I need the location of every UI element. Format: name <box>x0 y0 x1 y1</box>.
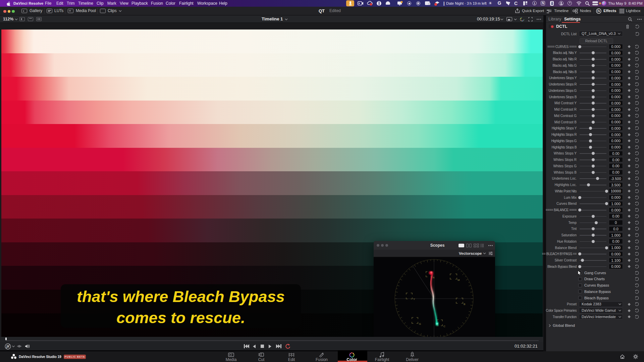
svg-text:C: C <box>443 325 445 328</box>
svg-text:R: R <box>433 276 435 279</box>
svg-text:M: M <box>458 279 460 282</box>
svg-text:fx: fx <box>597 9 600 13</box>
svg-text:G: G <box>419 322 421 325</box>
svg-text:Y: Y <box>413 298 415 301</box>
svg-text:B: B <box>464 303 465 306</box>
